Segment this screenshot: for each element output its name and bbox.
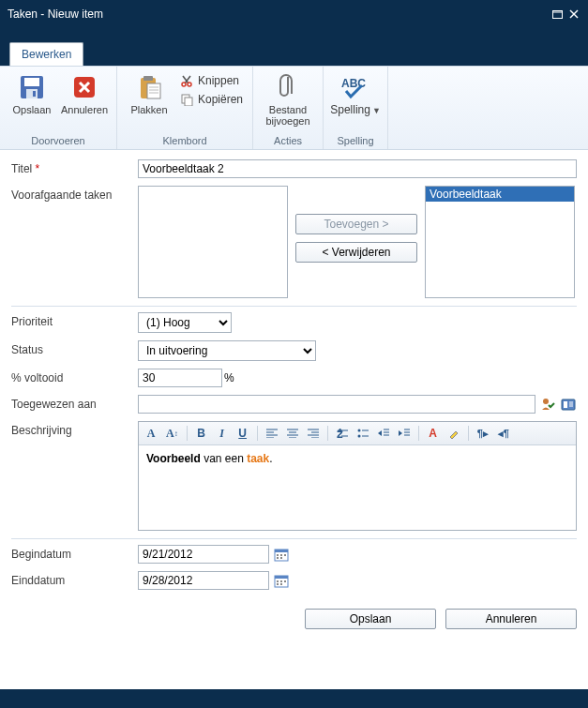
svg-text:ABC: ABC (341, 77, 366, 90)
cancel-button[interactable]: Annuleren (60, 70, 109, 117)
browse-people-icon[interactable] (560, 396, 577, 413)
window-title: Taken - Nieuw item (8, 8, 547, 21)
footer-save-button[interactable]: Opslaan (305, 609, 436, 629)
outdent-icon[interactable] (375, 425, 392, 442)
svg-rect-67 (275, 576, 288, 579)
group-commit-label: Doorvoeren (8, 133, 109, 149)
copy-button[interactable]: Kopiëren (177, 91, 245, 108)
percent-input[interactable] (138, 369, 222, 387)
percent-label: % voltooid (11, 369, 138, 384)
rtl-icon[interactable]: ◂¶ (495, 425, 512, 442)
italic-icon[interactable]: I (214, 425, 231, 442)
attach-icon (273, 72, 303, 102)
close-icon[interactable] (567, 8, 580, 21)
titlebar: Taken - Nieuw item (0, 0, 588, 28)
assigned-input[interactable] (138, 395, 535, 414)
enddate-input[interactable] (138, 571, 269, 590)
underline-icon[interactable]: U (234, 425, 251, 442)
group-actions-label: Acties (261, 133, 315, 149)
status-select[interactable]: In uitvoering (138, 340, 316, 361)
available-tasks-list[interactable] (138, 186, 288, 298)
align-center-icon[interactable] (284, 425, 301, 442)
svg-rect-13 (147, 83, 160, 98)
check-names-icon[interactable] (539, 396, 556, 413)
group-clipboard-label: Klembord (125, 133, 245, 149)
align-left-icon[interactable] (264, 425, 280, 442)
remove-task-button[interactable]: < Verwijderen (295, 242, 417, 263)
copy-icon (179, 92, 194, 107)
list-item[interactable]: Voorbeeldtaak (426, 187, 574, 202)
svg-point-24 (543, 399, 549, 404)
svg-rect-62 (280, 554, 282, 556)
svg-marker-50 (378, 430, 382, 436)
spelling-button[interactable]: ABC Spelling▼ (331, 70, 380, 118)
font-size-icon[interactable]: A↕ (163, 425, 181, 442)
svg-rect-70 (284, 580, 286, 582)
required-marker: * (36, 162, 40, 175)
chevron-down-icon: ▼ (372, 106, 381, 115)
save-button[interactable]: Opslaan (8, 70, 56, 117)
startdate-input[interactable] (138, 545, 269, 564)
cut-button[interactable]: Knippen (177, 72, 245, 89)
svg-rect-7 (33, 91, 36, 97)
paste-icon (134, 72, 164, 102)
svg-rect-5 (24, 78, 39, 86)
preceding-label: Voorafgaande taken (11, 186, 138, 202)
svg-rect-69 (280, 580, 282, 582)
svg-point-19 (182, 83, 186, 86)
title-label: Titel (11, 162, 32, 175)
svg-point-20 (188, 83, 191, 86)
priority-label: Prioriteit (11, 312, 138, 328)
ribbon: Opslaan Annuleren Doorvoeren Plakken (0, 66, 588, 150)
svg-rect-72 (280, 583, 282, 585)
ltr-icon[interactable]: ¶▸ (475, 425, 491, 442)
svg-marker-54 (399, 430, 402, 436)
attach-button[interactable]: Bestand bijvoegen (261, 70, 315, 128)
font-icon[interactable]: A (143, 425, 159, 442)
footer-cancel-button[interactable]: Annuleren (445, 609, 577, 629)
calendar-icon[interactable] (273, 546, 290, 563)
add-task-button[interactable]: Toevoegen > (295, 214, 417, 234)
svg-rect-12 (143, 76, 153, 81)
startdate-label: Begindatum (11, 545, 138, 561)
svg-rect-71 (277, 583, 279, 585)
calendar-icon[interactable] (273, 572, 290, 589)
group-spelling-label: Spelling (331, 133, 380, 149)
svg-rect-65 (280, 557, 282, 559)
cancel-icon (69, 72, 99, 102)
form-content: Titel * Voorafgaande taken Toevoegen > <… (0, 150, 588, 689)
svg-rect-61 (277, 554, 279, 556)
svg-rect-22 (185, 98, 192, 106)
percent-suffix: % (224, 371, 234, 384)
svg-rect-59 (275, 550, 288, 552)
bullet-list-icon[interactable] (354, 425, 371, 442)
spelling-icon: ABC (340, 72, 370, 102)
assigned-label: Toegewezen aan (11, 395, 138, 411)
cut-icon (179, 73, 194, 88)
svg-rect-26 (564, 401, 567, 408)
highlight-icon[interactable] (445, 425, 462, 442)
align-right-icon[interactable] (305, 425, 322, 442)
title-input[interactable] (138, 159, 577, 178)
numbered-list-icon[interactable]: 12 (334, 425, 351, 442)
svg-point-47 (357, 435, 360, 438)
description-label: Beschrijving (11, 421, 138, 437)
svg-rect-63 (284, 554, 286, 556)
svg-rect-68 (277, 580, 279, 582)
tab-row: Bewerken (0, 42, 588, 66)
description-textarea[interactable]: Voorbeeld van een taak. (139, 445, 576, 530)
indent-icon[interactable] (396, 425, 413, 442)
paste-button[interactable]: Plakken (125, 70, 173, 117)
rich-text-editor: A A↕ B I U 12 (138, 421, 577, 531)
rte-toolbar: A A↕ B I U 12 (139, 422, 576, 445)
tab-edit[interactable]: Bewerken (9, 42, 83, 66)
enddate-label: Einddatum (11, 571, 138, 587)
bold-icon[interactable]: B (193, 425, 210, 442)
priority-select[interactable]: (1) Hoog (138, 312, 232, 333)
font-color-icon[interactable]: A (425, 425, 442, 442)
selected-tasks-list[interactable]: Voorbeeldtaak (425, 186, 575, 298)
status-label: Status (11, 340, 138, 356)
save-icon (17, 72, 47, 102)
maximize-icon[interactable] (550, 8, 564, 21)
svg-rect-64 (277, 557, 279, 559)
